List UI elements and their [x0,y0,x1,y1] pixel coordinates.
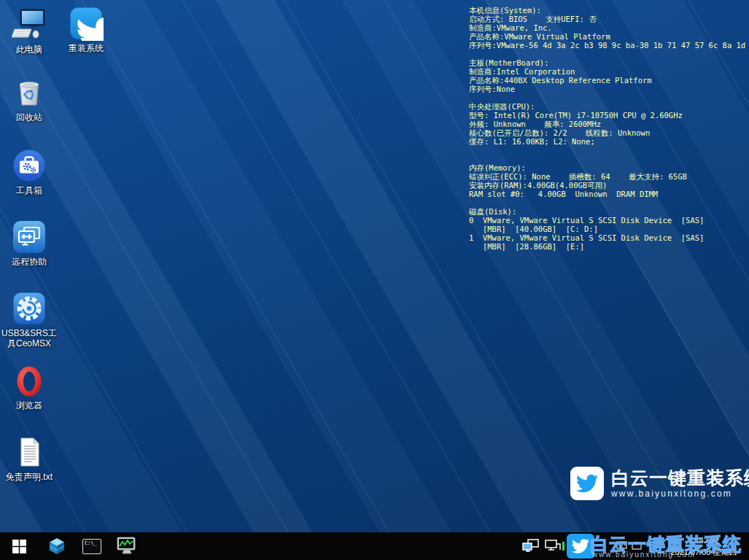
taskbar-app-monitor[interactable] [111,532,143,560]
desktop-icon-label: 免责声明.txt [6,472,53,482]
blue-cube-icon [47,537,66,556]
desktop-icon-label: USB3&SRS工具CeoMSX [1,328,58,349]
taskbar-clock[interactable]: 13:42:32 2021/07/08 星期四 [662,534,745,558]
desktop[interactable]: 本机信息(System): 启动方式: BIOS 支持UEFI: 否 制造商:V… [0,0,749,560]
twitter-bird-icon [576,472,598,494]
start-button[interactable] [3,532,35,560]
clock-time: 13:42:32 [662,534,745,546]
windows-logo-icon [12,540,26,553]
twitter-bird-icon [572,537,589,555]
clock-date: 2021/07/08 星期四 [662,546,745,558]
text-document-icon [12,435,47,470]
desktop-icon-label: 工具箱 [16,185,42,195]
taskbar-app-baiyun[interactable] [567,534,594,559]
taskbar-app-registry[interactable] [41,532,73,560]
remote-assistance-icon [12,219,47,254]
desktop-icon-toolbox[interactable]: 工具箱 [1,148,58,195]
brand-bird-box [570,467,604,500]
desktop-icon-label: 浏览器 [16,400,42,411]
opera-icon [12,363,47,398]
tray-network-icon[interactable] [544,540,562,553]
gear-icon [12,291,47,326]
performance-monitor-icon [117,537,137,556]
taskbar-app-cmd[interactable]: C:\_ [76,532,108,560]
brand-website: www.baiyunxitong.com [611,489,749,499]
desktop-icon-disclaimer-txt[interactable]: 免责声明.txt [1,435,58,482]
this-pc-icon [12,7,47,42]
taskbar: C:\_ [0,532,749,560]
recycle-bin-icon [12,75,47,110]
tray-computers-icon[interactable] [522,539,540,553]
twitter-bird-icon [69,6,104,41]
brand-title: 白云一键重装系统 [611,468,749,488]
desktop-icon-remote-assistance[interactable]: 远程协助 [1,219,58,267]
desktop-icon-this-pc[interactable]: 此电脑 [1,7,58,55]
desktop-icon-usb3-srs-tool[interactable]: USB3&SRS工具CeoMSX [1,291,58,349]
desktop-icon-browser[interactable]: 浏览器 [1,363,58,411]
desktop-icon-reinstall-system[interactable]: 重装系统 [58,6,115,53]
hidden-tray-icon[interactable] [632,541,642,551]
system-info-text: 本机信息(System): 启动方式: BIOS 支持UEFI: 否 制造商:V… [469,6,745,251]
desktop-icon-label: 此电脑 [16,44,42,55]
brand-watermark: 白云一键重装系统 www.baiyunxitong.com [570,467,749,500]
desktop-icon-label: 重装系统 [69,43,104,53]
command-prompt-icon: C:\_ [82,539,101,554]
toolbox-icon [12,148,47,183]
tray-green-indicator [562,542,564,551]
desktop-icon-label: 回收站 [16,112,42,122]
desktop-icon-label: 远程协助 [12,257,47,267]
desktop-icon-recycle-bin[interactable]: 回收站 [1,75,58,122]
hidden-tray-icon[interactable] [616,540,628,552]
